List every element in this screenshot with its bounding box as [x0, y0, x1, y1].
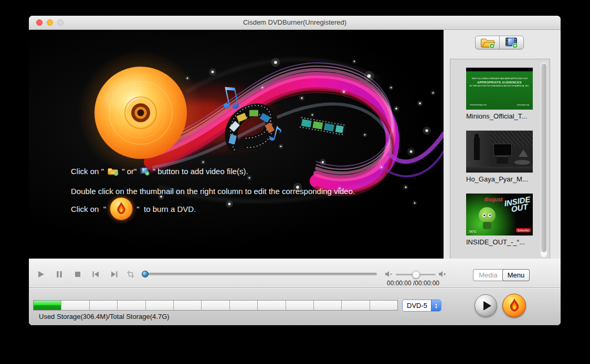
- instruction-text: Click on ": [71, 167, 106, 176]
- scrollbar-track[interactable]: [540, 62, 547, 258]
- previous-icon[interactable]: [91, 270, 100, 279]
- storage-segments: [34, 301, 397, 310]
- storage-segment: [61, 301, 89, 310]
- window-content: ♫ ♪ Click on " " or" " button to add vid…: [29, 30, 561, 325]
- add-folder-button[interactable]: [475, 36, 500, 49]
- burn-flame-icon: [110, 197, 133, 220]
- storage-label: Used Storage(306.4M)/Total Storage(4.7G): [39, 313, 170, 320]
- time-display: 00:00:00 /00:00:00: [383, 280, 444, 287]
- storage-segment: [230, 301, 258, 310]
- storage-segment: [286, 301, 314, 310]
- crop-icon[interactable]: [127, 270, 135, 279]
- preview-play-button[interactable]: [475, 294, 497, 317]
- mpaa-line: APPROPRIATE AUDIENCES: [466, 80, 533, 84]
- disc-type-value: DVD-5: [403, 302, 431, 309]
- instruction-text: Click on ": [71, 205, 108, 213]
- volume-down-icon[interactable]: [385, 271, 393, 277]
- instruction-line-3: Click on " " to burn a DVD.: [71, 197, 196, 221]
- storage-segment: [370, 301, 397, 310]
- folder-add-icon: [107, 167, 119, 176]
- storage-segment: [90, 301, 118, 310]
- next-icon[interactable]: [110, 270, 119, 279]
- media-menu-switch: Media Menu: [473, 269, 530, 281]
- video-label: Ho_Gaya_Pyar_M...: [466, 175, 547, 183]
- subscribe-badge: Subscribe: [516, 228, 531, 232]
- video-add-icon: [140, 167, 150, 176]
- mpaa-line: THE FOLLOWING PREVIEW HAS BEEN APPROVED …: [466, 77, 533, 80]
- add-toolbar: [475, 36, 524, 49]
- bottom-bar: Used Storage(306.4M)/Total Storage(4.7G)…: [29, 288, 561, 325]
- video-add-icon: [505, 37, 519, 49]
- window-title: Cisdem DVDBurner(Unregistered): [29, 18, 561, 26]
- video-thumbnail-ho-gaya[interactable]: [466, 131, 533, 173]
- dvd-splash-art: ♫ ♪: [29, 30, 444, 259]
- instruction-text: " to burn a DVD.: [134, 205, 196, 213]
- preview-area: ♫ ♪ Click on " " or" " button to add vid…: [29, 30, 444, 259]
- folder-add-icon: [480, 37, 496, 49]
- mpaa-line: BY THE MOTION PICTURE ASSOCIATION OF AME…: [466, 85, 533, 88]
- instruction-text: " or": [120, 167, 139, 176]
- media-tab[interactable]: Media: [473, 270, 503, 281]
- transport-bar: 00:00:00 /00:00:00 Media Menu: [29, 259, 561, 288]
- mpaa-footer-left: www.filmratings.com: [470, 104, 487, 106]
- stepper-arrows-icon: ▲▼: [431, 300, 441, 311]
- storage-segment: [342, 301, 370, 310]
- play-icon: [483, 301, 491, 311]
- storage-bar: [33, 300, 398, 311]
- volume-slider[interactable]: [396, 274, 436, 275]
- instruction-line-1: Click on " " or" " button to add video f…: [71, 164, 248, 178]
- storage-segment: [174, 301, 202, 310]
- burn-button[interactable]: [502, 294, 526, 317]
- app-window: Cisdem DVDBurner(Unregistered): [29, 16, 561, 325]
- storage-segment: [202, 301, 229, 310]
- title-bar: Cisdem DVDBurner(Unregistered): [29, 16, 561, 30]
- video-list-panel: THE FOLLOWING PREVIEW HAS BEEN APPROVED …: [450, 59, 550, 260]
- storage-segment: [258, 301, 286, 310]
- film-strip-icon: [298, 116, 346, 136]
- seek-slider[interactable]: [143, 273, 377, 275]
- play-icon[interactable]: [37, 270, 45, 279]
- bw-scene: [466, 131, 533, 173]
- instruction-text: Double click on the thumbnail on the rig…: [71, 187, 355, 196]
- burn-flame-icon: [507, 298, 522, 314]
- pause-icon[interactable]: [55, 270, 64, 279]
- storage-segment: [118, 301, 145, 310]
- video-thumbnail-minions[interactable]: THE FOLLOWING PREVIEW HAS BEEN APPROVED …: [466, 68, 533, 110]
- video-thumbnail-inside-out[interactable]: disgust INSIDE OUT Subscribe .WV.: [466, 194, 533, 235]
- instruction-text: " button to add video file(s).: [151, 167, 248, 176]
- instruction-line-2: Double click on the thumbnail on the rig…: [71, 185, 355, 197]
- video-label: Minions_Official_T...: [466, 112, 547, 120]
- seek-knob[interactable]: [142, 271, 149, 277]
- mpaa-footer-right: www.mpaa.org: [517, 104, 529, 106]
- overlay-corner: .WV.: [468, 229, 477, 234]
- add-video-button[interactable]: [499, 36, 524, 49]
- volume-up-icon[interactable]: [438, 271, 446, 277]
- scrollbar-thumb[interactable]: [541, 63, 546, 252]
- storage-fill: [34, 301, 61, 310]
- overlay-tag: disgust: [484, 197, 503, 202]
- storage-segment: [146, 301, 174, 310]
- mpaa-card: THE FOLLOWING PREVIEW HAS BEEN APPROVED …: [466, 71, 533, 110]
- video-label: INSIDE_OUT_-_“...: [466, 238, 547, 246]
- dvd-disc: [78, 50, 204, 176]
- stop-icon[interactable]: [73, 270, 82, 279]
- storage-segment: [314, 301, 342, 310]
- inside-out-scene: disgust INSIDE OUT Subscribe .WV.: [466, 194, 533, 235]
- volume-knob[interactable]: [412, 271, 420, 279]
- menu-tab[interactable]: Menu: [502, 269, 530, 281]
- disc-type-select[interactable]: DVD-5 ▲▼: [402, 299, 441, 312]
